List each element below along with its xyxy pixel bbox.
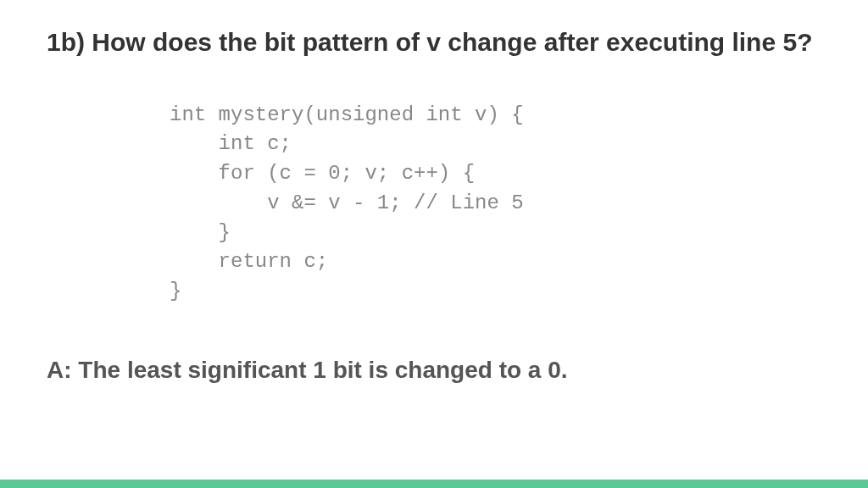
code-block: int mystery(unsigned int v) { int c; for… [170, 101, 821, 308]
slide-content: 1b) How does the bit pattern of v change… [0, 0, 868, 386]
question-heading: 1b) How does the bit pattern of v change… [47, 25, 821, 60]
answer-text: A: The least significant 1 bit is change… [47, 354, 821, 386]
accent-bottom-bar [0, 480, 868, 488]
